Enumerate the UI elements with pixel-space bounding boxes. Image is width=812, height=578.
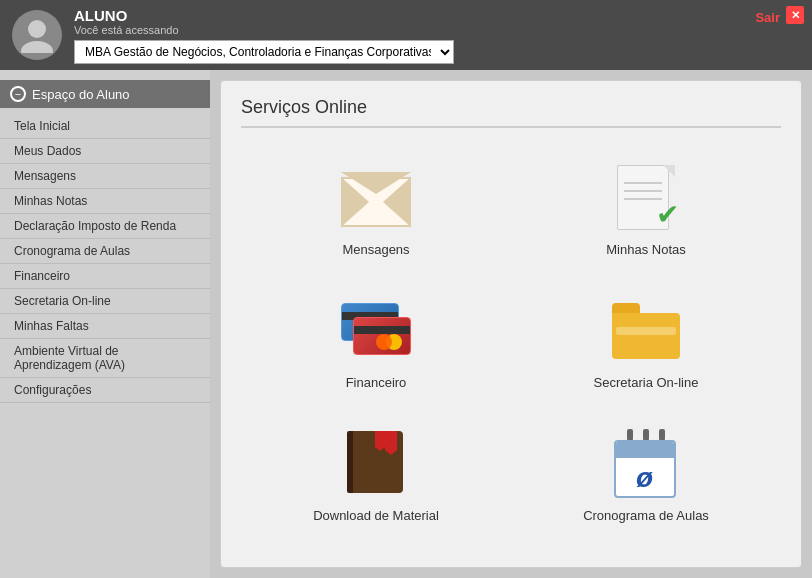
user-icon <box>21 17 53 53</box>
content-area: Serviços Online Mensagens <box>220 80 802 568</box>
service-minhas-notas[interactable]: ✔ Minhas Notas <box>531 154 761 267</box>
sair-button[interactable]: Sair <box>755 10 780 25</box>
notas-icon: ✔ <box>611 164 681 234</box>
financeiro-icon <box>341 297 411 367</box>
services-grid: Mensagens ✔ Minhas Notas <box>241 138 781 549</box>
collapse-icon: − <box>10 86 26 102</box>
sidebar-item-secretaria[interactable]: Secretaria On-line <box>0 289 210 314</box>
svg-point-0 <box>28 20 46 38</box>
service-mensagens[interactable]: Mensagens <box>261 154 491 267</box>
secretaria-icon <box>611 297 681 367</box>
sidebar-header-label: Espaço do Aluno <box>32 87 130 102</box>
download-icon <box>341 430 411 500</box>
user-name: ALUNO <box>74 7 454 24</box>
sidebar-item-tela-inicial[interactable]: Tela Inicial <box>0 114 210 139</box>
cal-ring <box>627 429 633 441</box>
cal-ring <box>643 429 649 441</box>
financeiro-label: Financeiro <box>346 375 407 390</box>
avatar <box>12 10 62 60</box>
notas-label: Minhas Notas <box>606 242 685 257</box>
sidebar-item-financeiro[interactable]: Financeiro <box>0 264 210 289</box>
mensagens-label: Mensagens <box>342 242 409 257</box>
sidebar-item-minhas-notas[interactable]: Minhas Notas <box>0 189 210 214</box>
close-button[interactable]: ✕ <box>786 6 804 24</box>
course-select-wrapper[interactable]: MBA Gestão de Negócios, Controladoria e … <box>74 40 454 64</box>
cal-ring <box>659 429 665 441</box>
sidebar: − Espaço do Aluno Tela Inicial Meus Dado… <box>0 70 210 578</box>
service-cronograma[interactable]: ø Cronograma de Aulas <box>531 420 761 533</box>
service-financeiro[interactable]: Financeiro <box>261 287 491 400</box>
user-info: ALUNO Você está acessando MBA Gestão de … <box>74 7 454 64</box>
service-download[interactable]: Download de Material <box>261 420 491 533</box>
sidebar-item-declaracao[interactable]: Declaração Imposto de Renda <box>0 214 210 239</box>
course-dropdown[interactable]: MBA Gestão de Negócios, Controladoria e … <box>74 40 454 64</box>
cronograma-icon: ø <box>611 430 681 500</box>
sidebar-item-meus-dados[interactable]: Meus Dados <box>0 139 210 164</box>
sidebar-item-ava[interactable]: Ambiente Virtual de Aprendizagem (AVA) <box>0 339 210 378</box>
download-label: Download de Material <box>313 508 439 523</box>
sidebar-item-configuracoes[interactable]: Configurações <box>0 378 210 403</box>
sidebar-item-faltas[interactable]: Minhas Faltas <box>0 314 210 339</box>
sidebar-item-cronograma[interactable]: Cronograma de Aulas <box>0 239 210 264</box>
cronograma-label: Cronograma de Aulas <box>583 508 709 523</box>
main-layout: − Espaço do Aluno Tela Inicial Meus Dado… <box>0 70 812 578</box>
secretaria-label: Secretaria On-line <box>594 375 699 390</box>
mensagens-icon <box>341 164 411 234</box>
service-secretaria[interactable]: Secretaria On-line <box>531 287 761 400</box>
calendar-letter: ø <box>636 462 653 494</box>
sidebar-header[interactable]: − Espaço do Aluno <box>0 80 210 108</box>
user-subtitle: Você está acessando <box>74 24 454 36</box>
svg-point-1 <box>21 41 53 53</box>
sidebar-item-mensagens[interactable]: Mensagens <box>0 164 210 189</box>
header: ALUNO Você está acessando MBA Gestão de … <box>0 0 812 70</box>
section-title: Serviços Online <box>241 97 781 128</box>
